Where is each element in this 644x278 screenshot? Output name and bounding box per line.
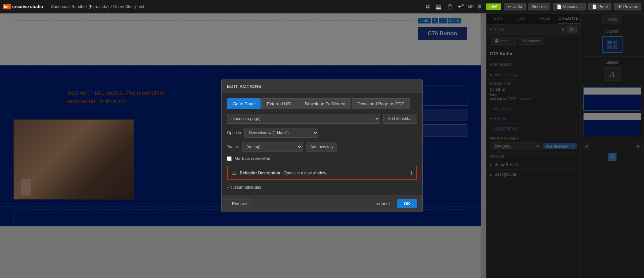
- live-badge: LIVE: [486, 3, 501, 10]
- modal-tab-download-fulfillment[interactable]: Download Fulfillment: [299, 98, 351, 109]
- modal-body: Go to Page External URL Download Fulfill…: [222, 93, 422, 196]
- breadcrumb-text: Sandbox > Sandbox (Fernanda) > Query Str…: [51, 4, 144, 9]
- behavior-description-box: ⚠ Behavior Description Opens in a new wi…: [227, 166, 417, 180]
- ion-icon: ion: [3, 4, 11, 9]
- modal-tab-external-url[interactable]: External URL: [261, 98, 298, 109]
- device-tablet-icon[interactable]: 📱: [445, 3, 455, 10]
- choose-page-select[interactable]: (choose a page): [227, 114, 380, 124]
- redo-button[interactable]: Redo ↪: [528, 3, 550, 10]
- settings-icon[interactable]: ⚙: [476, 3, 483, 10]
- breadcrumb: Sandbox > Sandbox (Fernanda) > Query Str…: [51, 4, 144, 9]
- modal-tab-goto-page[interactable]: Go to Page: [227, 98, 261, 109]
- mark-as-converted-row: Mark as converted: [227, 156, 417, 161]
- behavior-description-value: Opens in a new window.: [284, 171, 407, 175]
- versions-button[interactable]: 📄 Versions...: [553, 3, 586, 10]
- custom-attrs-link[interactable]: + custom attributes: [227, 185, 261, 190]
- edit-actions-modal: EDIT ACTIONS Go to Page External URL Dow…: [221, 79, 423, 212]
- custom-attrs-row: + custom attributes: [227, 184, 417, 190]
- tag-as-row: Tag as (no tag) Add new tag: [227, 142, 417, 152]
- cancel-button[interactable]: cancel: [373, 199, 394, 208]
- device-laptop-icon[interactable]: 💻: [434, 3, 443, 10]
- modal-tabs: Go to Page External URL Download Fulfill…: [227, 98, 417, 109]
- proof-button[interactable]: 📄 Proof: [588, 3, 612, 10]
- modal-overlay: EDIT ACTIONS Go to Page External URL Dow…: [0, 13, 644, 278]
- ok-button[interactable]: OK: [397, 199, 417, 208]
- info-icon[interactable]: ℹ: [411, 170, 412, 176]
- device-desktop-icon[interactable]: 🖥: [424, 3, 432, 10]
- open-in-label: Open in: [227, 130, 241, 135]
- mark-as-converted-checkbox[interactable]: [227, 156, 232, 161]
- preview-button[interactable]: 👁 Preview: [614, 3, 641, 10]
- modal-footer: Remove cancel OK: [222, 196, 422, 212]
- app-name: creative studio: [12, 4, 43, 9]
- device-phone-icon[interactable]: 📲: [457, 3, 466, 10]
- undo-button[interactable]: ↩ Undo: [504, 3, 526, 10]
- open-in-select[interactable]: New window ('_blank'): [244, 128, 318, 138]
- device-icons: 🖥 💻 📱 📲 MD ⚙: [424, 3, 483, 10]
- top-bar: ion creative studio Sandbox > Sandbox (F…: [0, 0, 644, 13]
- open-in-row: Open in New window ('_blank'): [227, 128, 417, 138]
- modal-remove-button[interactable]: Remove: [227, 200, 252, 208]
- tag-as-select[interactable]: (no tag): [242, 142, 303, 152]
- warning-icon: ⚠: [232, 170, 236, 176]
- tag-as-label: Tag as: [227, 145, 239, 149]
- md-badge: MD: [468, 5, 474, 9]
- add-hashtag-button[interactable]: Add #hashtag: [383, 114, 417, 124]
- mark-as-converted-label: Mark as converted: [234, 156, 270, 161]
- choose-page-row: (choose a page) Add #hashtag: [227, 114, 417, 124]
- add-new-tag-button[interactable]: Add new tag: [306, 142, 337, 152]
- modal-title: EDIT ACTIONS: [227, 84, 262, 89]
- modal-tab-download-pdf[interactable]: Download Page as PDF: [352, 98, 410, 109]
- modal-header: EDIT ACTIONS: [222, 80, 422, 93]
- app-logo: ion creative studio: [3, 4, 43, 9]
- behavior-description-label: Behavior Description: [240, 171, 280, 175]
